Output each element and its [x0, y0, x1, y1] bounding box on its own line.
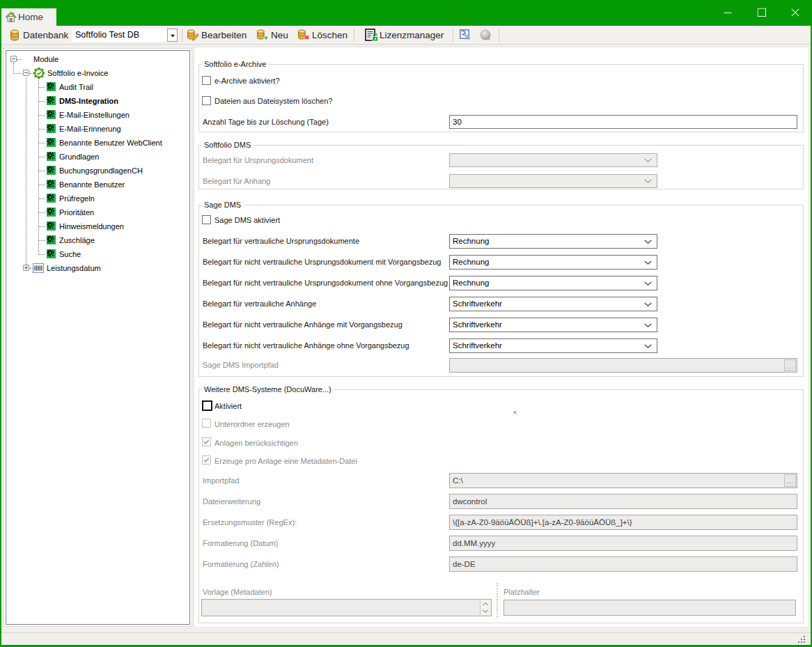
application-window: Home Datenbank Softfolio Test D — [0, 0, 812, 647]
checkbox-label-disabled: Anlagen berücksichtigen — [214, 436, 298, 450]
tree-item-module[interactable]: Module — [6, 52, 189, 66]
tree-item-dms-integration[interactable]: DMS-Integration — [6, 94, 189, 108]
collapse-icon[interactable] — [10, 56, 17, 62]
textarea-scrollbar — [480, 600, 490, 615]
dropdown-arrow-icon — [171, 34, 175, 37]
check-icon — [203, 456, 210, 464]
tree-item-label: Hinweismeldungen — [59, 219, 124, 233]
tree-item-label: Prüfregeln — [59, 192, 95, 205]
toolbar-separator — [453, 29, 453, 42]
combobox-nicht-vertrauliche-anhaenge-mit[interactable]: Schriftverkehr — [449, 318, 657, 332]
combobox-value: Schriftverkehr — [453, 297, 502, 311]
combobox-vertrauliche-anhaenge[interactable]: Schriftverkehr — [449, 297, 657, 311]
field-label: Belegart für nicht vertrauliche Ursprung… — [203, 276, 448, 290]
checkbox-label: Aktiviert — [214, 399, 242, 413]
tree-item-email-einstellungen[interactable]: E-Mail-Einstellungen — [6, 108, 189, 122]
tree-item-audit-trail[interactable]: Audit Trail — [6, 80, 189, 94]
combobox-belegart-anhang — [449, 174, 657, 188]
tree-item-prioritaeten[interactable]: Prioritäten — [6, 205, 189, 219]
statusbar — [1, 632, 811, 645]
chevron-down-icon — [644, 344, 652, 348]
checkbox-label-disabled: Erzeuge pro Anlage eine Metadaten-Datei — [214, 454, 357, 468]
combobox-nicht-vertrauliche-anhaenge-ohne[interactable]: Schriftverkehr — [449, 338, 657, 353]
edit-database-icon — [187, 29, 199, 41]
input-value: dd.MM.yyyy — [453, 536, 495, 550]
chevron-down-icon — [644, 240, 652, 244]
expand-icon[interactable] — [23, 265, 29, 271]
checkbox-unterordner-erzeugen — [202, 419, 211, 428]
module-gear-icon — [47, 110, 56, 119]
splitter — [497, 583, 498, 617]
input-ersetzungsmuster: \{[a-zA-Z0-9äöüÄÖÜß]+\.[a-zA-Z0-9äöüÄÖÜß… — [449, 515, 797, 530]
tree-item-benannte-benutzer-webclient[interactable]: Benannte Benutzer WebClient — [6, 136, 189, 150]
group-title: Sage DMS — [202, 200, 243, 210]
maximize-icon — [758, 8, 767, 17]
field-label-disabled: Formatierung (Datum) — [203, 536, 278, 550]
database-combobox-dropdown-button[interactable] — [167, 29, 178, 42]
chevron-down-icon — [644, 158, 652, 162]
chevron-down-icon — [644, 260, 652, 265]
module-gear-icon — [47, 82, 56, 91]
delete-database-icon — [297, 29, 310, 41]
tree-item-label: Softfolio e-Invoice — [47, 66, 108, 80]
checkbox-aktiviert[interactable] — [202, 400, 212, 411]
license-manager-label: Lizenzmanager — [380, 26, 444, 44]
combobox-value: Rechnung — [453, 276, 489, 290]
combobox-nicht-vertrauliche-ursprungsdokument-ohne[interactable]: Rechnung — [449, 276, 657, 290]
globe-help-icon — [480, 29, 492, 42]
module-gear-icon — [47, 221, 56, 231]
tree-item-grundlagen[interactable]: Grundlagen — [6, 150, 189, 164]
chevron-down-icon — [644, 302, 652, 306]
input-platzhalter — [503, 600, 796, 616]
checkbox-e-archive-aktiviert[interactable] — [202, 76, 211, 85]
maximize-button[interactable] — [746, 0, 778, 26]
wrench-options-icon — [460, 29, 471, 41]
input-anzahl-tage[interactable]: 30 — [449, 115, 797, 129]
checkbox-sage-dms-aktiviert[interactable] — [202, 215, 211, 224]
database-combobox-value: Softfolio Test DB — [75, 29, 139, 42]
combobox-vertrauliche-ursprungsdokumente[interactable]: Rechnung — [449, 234, 657, 249]
module-gear-icon — [47, 138, 56, 147]
input-importpfad: C:\ ... — [449, 473, 797, 488]
combobox-value: Rechnung — [453, 256, 489, 269]
collapse-icon[interactable] — [23, 70, 29, 76]
tree-item-email-erinnerung[interactable]: E-Mail-Erinnerung — [6, 122, 189, 136]
field-label: Anzahl Tage bis zur Löschung (Tage) — [203, 115, 329, 129]
module-gear-icon — [47, 249, 56, 258]
tree-item-buchungsgrundlagench[interactable]: BuchungsgrundlagenCH — [6, 164, 189, 178]
input-formatierung-datum: dd.MM.yyyy — [449, 536, 797, 551]
database-icon — [10, 29, 19, 41]
tree-item-zuschlaege[interactable]: Zuschläge — [6, 233, 189, 247]
database-combobox[interactable]: Softfolio Test DB — [72, 29, 178, 42]
combobox-nicht-vertrauliche-ursprungsdokument-mit[interactable]: Rechnung — [449, 255, 657, 270]
tree-item-label: E-Mail-Erinnerung — [59, 122, 121, 136]
checkbox-dateien-loeschen[interactable] — [202, 96, 211, 105]
close-button[interactable] — [779, 0, 811, 26]
module-badge-icon — [33, 67, 45, 79]
tree-item-hinweismeldungen[interactable]: Hinweismeldungen — [6, 219, 189, 233]
field-label: Belegart für nicht vertrauliche Anhänge … — [203, 318, 403, 332]
tree-item-label: Benannte Benutzer — [59, 178, 125, 192]
toolbar-separator — [182, 29, 182, 42]
tree-item-suche[interactable]: Suche — [6, 247, 189, 261]
help-button[interactable] — [478, 28, 494, 42]
options-button[interactable] — [458, 28, 474, 42]
field-label-disabled: Importpfad — [203, 474, 240, 488]
tree-item-leistungsdatum[interactable]: Leistungsdatum — [6, 261, 189, 275]
group-title: Softfolio e-Archive — [202, 59, 268, 69]
checkbox-label: Sage DMS aktiviert — [214, 213, 280, 227]
database-label: Datenbank — [23, 26, 68, 44]
tree-item-benannte-benutzer[interactable]: Benannte Benutzer — [6, 178, 189, 192]
toolbar: Datenbank Softfolio Test DB Bearbeiten — [1, 26, 811, 45]
tab-home[interactable]: Home — [1, 8, 56, 26]
field-label-disabled: Vorlage (Metadaten) — [203, 585, 272, 599]
field-label: Belegart für vertrauliche Ursprungsdokum… — [203, 234, 359, 248]
tree-item-softfolio-e-invoice[interactable]: Softfolio e-Invoice — [6, 66, 189, 80]
chevron-down-icon — [644, 281, 652, 286]
home-icon — [5, 11, 17, 23]
tree-item-pruefregeln[interactable]: Prüfregeln — [6, 192, 189, 205]
settings-panel: Softfolio e-Archive e-Archive aktiviert?… — [194, 47, 809, 627]
new-button-label: Neu — [271, 26, 288, 44]
tree-item-label: Module — [33, 52, 58, 66]
minimize-button[interactable] — [712, 0, 744, 26]
